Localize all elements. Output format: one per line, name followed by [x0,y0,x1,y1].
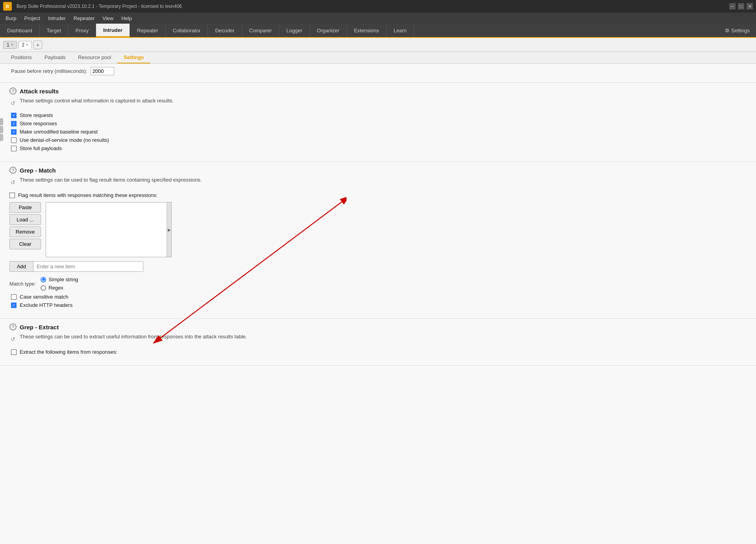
tab-payloads[interactable]: Payloads [38,52,72,63]
store-requests-label: Store requests [20,112,53,118]
tab-2-close[interactable]: × [26,43,28,47]
nav-tab-dashboard[interactable]: Dashboard [0,24,40,37]
store-full-row: Store full payloads [9,145,747,151]
close-button[interactable]: ✕ [747,3,753,9]
store-responses-checkbox[interactable]: ✓ [11,121,17,126]
nav-tab-proxy[interactable]: Proxy [69,24,96,37]
app-title: Burp Suite Professional v2023.10.2.1 - T… [17,4,182,9]
grep-match-desc: These settings can be used to flag resul… [20,177,202,183]
simple-string-row: Simple string [41,277,78,282]
extract-label: Extract the following items from respons… [20,349,117,355]
make-unmodified-checkbox[interactable]: ✓ [11,129,17,135]
regex-radio[interactable] [41,285,46,291]
load-button[interactable]: Load ... [9,214,41,225]
regex-row: Regex [41,285,78,291]
attack-results-section: ? Attack results ↺ These settings contro… [0,83,756,162]
clear-button[interactable]: Clear [9,239,41,249]
add-input[interactable] [33,261,143,272]
pause-label: Pause before retry (milliseconds): [11,68,87,74]
tab-positions[interactable]: Positions [5,52,38,63]
menu-repeater[interactable]: Repeater [70,13,98,24]
use-dos-row: Use denial-of-service mode (no results) [9,137,747,143]
nav-settings-button[interactable]: ⚙ Settings [719,24,756,37]
nav-tab-learn[interactable]: Learn [387,24,414,37]
radio-inner [42,278,45,281]
nav-tab-comparer[interactable]: Comparer [242,24,280,37]
inner-tabs: Positions Payloads Resource pool Setting… [0,52,756,64]
radio-group: Simple string Regex [41,277,78,291]
case-sensitive-checkbox[interactable] [11,294,17,300]
add-row: Add [9,261,747,272]
tab-1[interactable]: 1 × [3,41,17,49]
grep-extract-help-icon[interactable]: ? [9,323,17,330]
make-unmodified-row: ✓ Make unmodified baseline request [9,129,747,135]
regex-label: Regex [48,285,63,291]
nav-tab-target[interactable]: Target [40,24,69,37]
simple-string-label: Simple string [48,277,78,282]
match-type-row: Match type: Simple string Regex [9,277,747,291]
tab-2-label: 2 [22,42,25,48]
paste-button[interactable]: Paste [9,202,41,213]
nav-tab-organizer[interactable]: Organizer [310,24,347,37]
nav-tab-collaborator[interactable]: Collaborator [166,24,208,37]
store-requests-checkbox[interactable]: ✓ [11,113,17,118]
nav-tab-extensions[interactable]: Extensions [347,24,387,37]
store-full-checkbox[interactable] [11,146,17,151]
attack-results-help-icon[interactable]: ? [9,87,17,95]
grep-extract-title: Grep - Extract [20,324,59,330]
store-responses-label: Store responses [20,121,57,126]
grep-extract-header: ? Grep - Extract [9,323,747,330]
store-requests-row: ✓ Store requests [9,112,747,118]
make-unmodified-label: Make unmodified baseline request [20,129,98,135]
grep-match-refresh-icon[interactable]: ↺ [9,179,17,186]
menu-burp[interactable]: Burp [2,13,20,24]
tab-resource-pool[interactable]: Resource pool [72,52,117,63]
grep-extract-section: ? Grep - Extract ↺ These settings can be… [0,319,756,366]
side-dot-2 [0,126,3,133]
case-sensitive-row: Case sensitive match [9,294,747,300]
nav-tab-decoder[interactable]: Decoder [208,24,242,37]
tab-settings[interactable]: Settings [117,52,150,63]
menu-bar: Burp Project Intruder Repeater View Help [0,13,756,24]
flag-label: Flag result items with responses matchin… [18,192,158,198]
grep-extract-refresh-icon[interactable]: ↺ [9,336,17,343]
grep-match-help-icon[interactable]: ? [9,167,17,174]
match-type-label: Match type: [9,281,36,287]
store-responses-row: ✓ Store responses [9,121,747,126]
list-divider: ▶ [167,202,171,257]
tab-1-close[interactable]: × [11,43,13,47]
grep-list-area: Paste Load ... Remove Clear ▶ [9,202,747,257]
nav-tab-logger[interactable]: Logger [279,24,309,37]
add-button[interactable]: Add [9,261,33,272]
exclude-headers-checkbox[interactable]: ✓ [11,303,17,308]
side-indicators [0,118,3,141]
remove-button[interactable]: Remove [9,227,41,237]
use-dos-checkbox[interactable] [11,137,17,143]
nav-tab-intruder[interactable]: Intruder [96,24,130,37]
side-dot-1 [0,118,3,125]
simple-string-radio[interactable] [41,277,46,282]
main-content: Pause before retry (milliseconds): ? Att… [0,64,756,544]
menu-view[interactable]: View [98,13,117,24]
attack-results-desc: These settings control what information … [20,98,174,104]
grep-extract-desc: These settings can be used to extract us… [20,334,247,340]
attack-results-refresh-icon[interactable]: ↺ [9,100,17,107]
menu-intruder[interactable]: Intruder [44,13,70,24]
extract-checkbox[interactable] [11,349,17,355]
flag-checkbox[interactable] [9,193,15,198]
burp-logo: B [3,2,12,11]
nav-tabs: Dashboard Target Proxy Intruder Repeater… [0,24,756,38]
maximize-button[interactable]: □ [738,3,744,9]
menu-help[interactable]: Help [117,13,136,24]
minimize-button[interactable]: ─ [729,3,736,9]
side-dot-3 [0,134,3,141]
grep-list-box[interactable]: ▶ [46,202,172,257]
pause-input[interactable] [91,67,114,75]
menu-project[interactable]: Project [20,13,44,24]
add-tab-button[interactable]: + [33,41,42,49]
tab-2[interactable]: 2 × [19,41,32,49]
gear-icon: ⚙ [725,28,730,33]
flag-row: Flag result items with responses matchin… [9,192,747,198]
nav-tab-repeater[interactable]: Repeater [130,24,165,37]
title-bar: B Burp Suite Professional v2023.10.2.1 -… [0,0,756,13]
